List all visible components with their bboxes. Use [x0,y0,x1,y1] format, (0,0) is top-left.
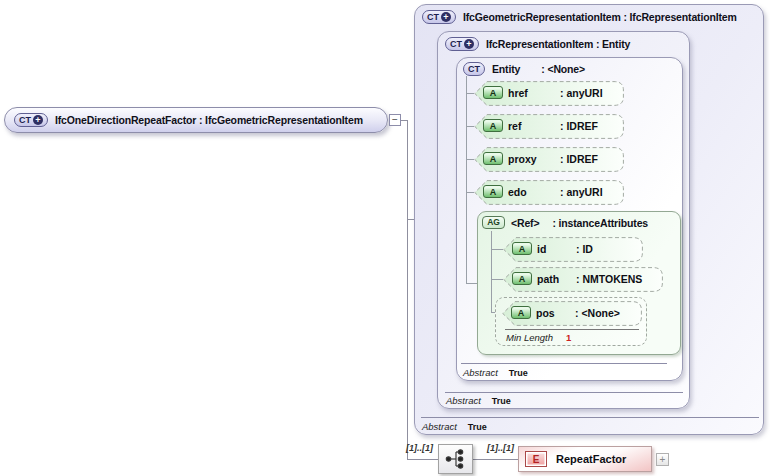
attribute-facet-group: A pos : <None> Min Length 1 [495,297,647,346]
facet-separator [505,329,639,330]
complex-type-icon: CT [463,62,485,76]
attribute-tree-stub [466,159,474,160]
attribute-type: : ID [576,243,593,255]
attribute-icon: A [512,242,532,255]
connector-line [473,459,518,460]
attribute-name: path [537,273,559,285]
complex-type-icon-label: CT [19,115,31,125]
attribute-type: : IDREF [560,120,598,132]
plus-badge-icon: + [441,12,451,22]
abstract-separator [461,363,667,364]
complex-type-icon-label: CT [468,64,480,74]
abstract-label: Abstract [463,367,498,378]
entity-type: : <None> [541,63,585,75]
attribute-icon: A [511,306,531,319]
facet-value: 1 [566,332,571,343]
element-icon: E [525,451,547,467]
complex-type-icon: CT + [422,10,456,24]
attribute-icon: A [512,272,532,285]
abstract-value: True [492,396,511,406]
attribute-node-path[interactable]: A path : NMTOKENS [503,267,663,292]
collapse-toggle[interactable]: − [389,114,401,126]
attribute-tree-stub [466,283,477,284]
attribute-tree-line [466,76,467,283]
attribute-icon: A [483,185,503,198]
abstract-label: Abstract [446,395,481,406]
xsd-schema-diagram: CT + IfcOneDirectionRepeatFactor : IfcGe… [0,0,770,476]
attribute-type: : anyURI [560,87,603,99]
attribute-type: : IDREF [560,153,598,165]
attribute-tree-stub [466,192,474,193]
base-type-box-level1[interactable]: CT + IfcGeometricRepresentationItem : If… [414,4,764,435]
attribute-tree-stub [466,93,474,94]
attribute-icon: A [483,152,503,165]
attribute-node-proxy[interactable]: A proxy : IDREF [474,147,624,172]
attribute-icon: A [483,119,503,132]
main-type-label: IfcOneDirectionRepeatFactor : IfcGeometr… [55,114,363,126]
base-type-header-level1: CT + IfcGeometricRepresentationItem : If… [422,10,737,24]
attribute-icon: A [483,86,503,99]
complex-type-icon: CT + [14,113,48,127]
plus-badge-icon: + [33,115,43,125]
connector-trunk-line [407,120,408,460]
attribute-group-name: <Ref> [511,217,539,229]
attribute-group-header: AG <Ref> : instanceAttributes [482,216,648,229]
abstract-value: True [468,422,487,432]
sequence-compositor[interactable] [438,444,473,474]
attribute-type: : anyURI [560,186,603,198]
facet-row: Min Length 1 [506,332,571,343]
entity-name: Entity [492,63,520,75]
abstract-separator [421,417,759,418]
abstract-row-entity: Abstract True [463,367,528,378]
attribute-name: href [508,87,528,99]
attribute-name: pos [536,307,555,319]
connector-line [407,459,438,460]
attribute-name: edo [508,186,527,198]
base-type-title-level1: IfcGeometricRepresentationItem : IfcRepr… [463,11,737,23]
sequence-icon [439,445,472,473]
attribute-group-box[interactable]: AG <Ref> : instanceAttributes A id [477,211,681,355]
attribute-tree-stub [491,279,503,280]
complex-type-icon-label: CT [450,39,462,49]
attribute-type: : NMTOKENS [576,273,642,285]
main-type-node[interactable]: CT + IfcOneDirectionRepeatFactor : IfcGe… [4,107,388,133]
base-type-box-entity[interactable]: CT Entity : <None> A href [456,57,683,381]
base-type-header-level2: CT + IfcRepresentationItem : Entity [445,37,630,51]
cardinality-label-before: [1]..[1] [406,443,433,453]
facet-label: Min Length [506,332,553,343]
complex-type-icon-label: CT [427,12,439,22]
abstract-separator [445,392,683,393]
base-type-title-level2: IfcRepresentationItem : Entity [486,38,630,50]
element-node-repeatfactor[interactable]: E RepeatFactor [518,446,652,472]
attribute-tree-stub [491,249,503,250]
attribute-name: id [537,243,546,255]
expand-toggle[interactable]: + [656,453,669,466]
attribute-type: : <None> [575,307,620,319]
abstract-value: True [509,368,528,378]
attribute-tree-stub [466,126,474,127]
entity-header: CT Entity : <None> [463,62,585,76]
attribute-node-edo[interactable]: A edo : anyURI [474,180,624,205]
attribute-node-href[interactable]: A href : anyURI [474,81,624,106]
cardinality-label-after: [1]..[1] [487,443,514,453]
attribute-node-pos[interactable]: A pos : <None> [502,301,642,326]
attribute-group-type: : instanceAttributes [552,217,648,229]
plus-badge-icon: + [464,39,474,49]
attribute-tree-line [491,231,492,312]
abstract-row-level1: Abstract True [422,421,487,432]
base-type-box-level2[interactable]: CT + IfcRepresentationItem : Entity CT E… [437,31,690,409]
complex-type-icon: CT + [445,37,479,51]
abstract-row-level2: Abstract True [446,395,511,406]
attribute-group-icon: AG [482,216,505,229]
attribute-name: proxy [508,153,537,165]
attribute-node-id[interactable]: A id : ID [503,237,643,262]
abstract-label: Abstract [422,421,457,432]
attribute-name: ref [508,120,521,132]
element-label: RepeatFactor [556,453,626,465]
attribute-node-ref[interactable]: A ref : IDREF [474,114,624,139]
